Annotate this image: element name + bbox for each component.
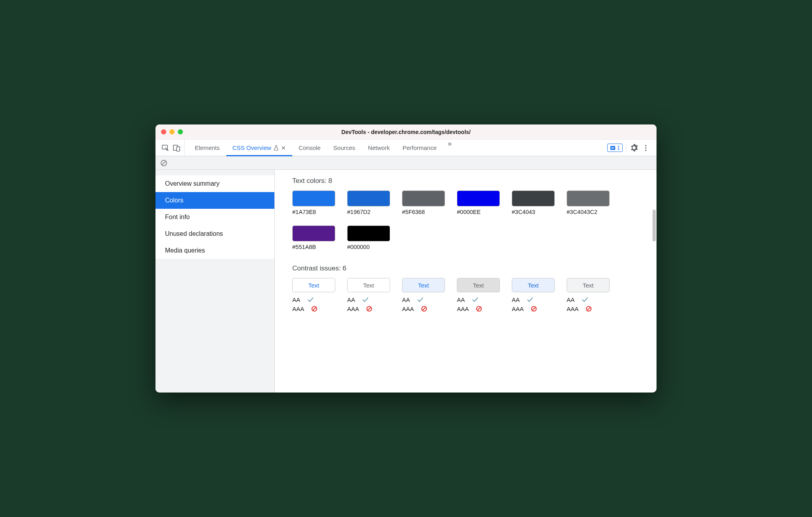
- no-entry-icon: [311, 306, 317, 312]
- check-icon: [472, 297, 478, 303]
- contrast-sample: Text: [347, 278, 390, 292]
- swatch-hex-label: #0000EE: [457, 209, 500, 215]
- svg-rect-2: [177, 147, 180, 151]
- sidebar-item-media-queries[interactable]: Media queries: [155, 242, 274, 259]
- color-swatch[interactable]: #3C4043C2: [567, 190, 610, 215]
- swatch-hex-label: #551A8B: [292, 244, 335, 250]
- grade-label: AA: [512, 295, 520, 305]
- device-toggle-icon[interactable]: [172, 144, 181, 152]
- svg-line-10: [162, 161, 166, 165]
- swatch-color-box: [457, 190, 500, 206]
- contrast-issue-item[interactable]: TextAAAAA: [292, 278, 335, 313]
- grade-label: AA: [567, 295, 575, 305]
- issues-icon: [610, 145, 616, 151]
- grade-label: AAA: [457, 305, 469, 314]
- sidebar-item-label: Font info: [165, 214, 190, 220]
- grade-label: AAA: [567, 305, 579, 314]
- sidebar-item-font-info[interactable]: Font info: [155, 209, 274, 225]
- svg-rect-5: [611, 148, 614, 149]
- issues-badge[interactable]: 1: [607, 144, 623, 152]
- more-tabs-icon[interactable]: »: [443, 140, 457, 156]
- clear-overview-icon[interactable]: [159, 159, 168, 167]
- contrast-grade-aa: AA: [402, 295, 445, 305]
- contrast-issues-grid: TextAAAAATextAAAAATextAAAAATextAAAAAText…: [292, 278, 639, 313]
- sidebar-item-label: Media queries: [165, 247, 205, 254]
- contrast-grade-aa: AA: [347, 295, 390, 305]
- contrast-grade-aaa: AAA: [292, 305, 335, 314]
- swatch-hex-label: #1A73E8: [292, 209, 335, 215]
- grade-label: AA: [457, 295, 465, 305]
- swatch-color-box: [347, 190, 390, 206]
- contrast-sample: Text: [512, 278, 555, 292]
- grade-label: AAA: [292, 305, 304, 314]
- check-icon: [582, 297, 588, 303]
- svg-rect-4: [611, 147, 614, 148]
- divider: [626, 144, 626, 152]
- tab-elements[interactable]: Elements: [188, 140, 226, 156]
- color-swatch[interactable]: #1967D2: [347, 190, 390, 215]
- svg-point-7: [645, 147, 646, 148]
- color-swatch[interactable]: #3C4043: [512, 190, 555, 215]
- kebab-menu-icon[interactable]: [641, 144, 650, 152]
- color-swatch[interactable]: #1A73E8: [292, 190, 335, 215]
- contrast-issue-item[interactable]: TextAAAAA: [347, 278, 390, 313]
- color-swatch[interactable]: #551A8B: [292, 225, 335, 250]
- contrast-grade-aa: AA: [457, 295, 500, 305]
- svg-line-20: [532, 307, 536, 311]
- toolbar-left-group: [158, 140, 185, 156]
- svg-line-12: [313, 307, 316, 311]
- tab-label: Performance: [402, 144, 437, 151]
- tab-label: Network: [368, 144, 390, 151]
- sidebar-item-colors[interactable]: Colors: [155, 192, 274, 209]
- sidebar-item-unused-declarations[interactable]: Unused declarations: [155, 225, 274, 242]
- sub-toolbar: [155, 156, 657, 170]
- swatch-hex-label: #000000: [347, 244, 390, 250]
- close-tab-icon[interactable]: ✕: [281, 145, 286, 151]
- devtools-window: DevTools - developer.chrome.com/tags/dev…: [155, 124, 657, 393]
- svg-point-8: [645, 150, 646, 151]
- grade-label: AAA: [347, 305, 359, 314]
- swatch-color-box: [347, 225, 390, 241]
- swatch-hex-label: #3C4043C2: [567, 209, 610, 215]
- tab-css-overview[interactable]: CSS Overview ✕: [226, 140, 293, 156]
- contrast-issue-item[interactable]: TextAAAAA: [512, 278, 555, 313]
- contrast-grade-aa: AA: [512, 295, 555, 305]
- panel-body: Overview summary Colors Font info Unused…: [155, 170, 657, 393]
- tab-label: Sources: [333, 144, 355, 151]
- inspect-element-icon[interactable]: [161, 144, 170, 152]
- scrollbar-thumb[interactable]: [653, 210, 656, 241]
- grade-label: AAA: [402, 305, 414, 314]
- no-entry-icon: [531, 306, 537, 312]
- contrast-issues-heading: Contrast issues: 6: [292, 264, 639, 272]
- contrast-grade-aaa: AAA: [567, 305, 610, 314]
- contrast-sample: Text: [567, 278, 610, 292]
- grade-label: AA: [402, 295, 410, 305]
- swatch-hex-label: #5F6368: [402, 209, 445, 215]
- contrast-grade-aaa: AAA: [457, 305, 500, 314]
- svg-line-16: [423, 307, 426, 311]
- contrast-grade-aaa: AAA: [512, 305, 555, 314]
- tab-performance[interactable]: Performance: [396, 140, 443, 156]
- swatch-color-box: [292, 225, 335, 241]
- contrast-issue-item[interactable]: TextAAAAA: [567, 278, 610, 313]
- svg-line-22: [587, 307, 591, 311]
- contrast-grade-aa: AA: [567, 295, 610, 305]
- check-icon: [527, 297, 533, 303]
- color-swatch[interactable]: #000000: [347, 225, 390, 250]
- color-swatch[interactable]: #0000EE: [457, 190, 500, 215]
- no-entry-icon: [366, 306, 372, 312]
- tab-sources[interactable]: Sources: [327, 140, 361, 156]
- tab-console[interactable]: Console: [292, 140, 327, 156]
- sidebar-item-label: Colors: [165, 197, 183, 204]
- flask-icon: [274, 145, 279, 151]
- settings-gear-icon[interactable]: [629, 144, 638, 152]
- tab-network[interactable]: Network: [361, 140, 396, 156]
- contrast-issue-item[interactable]: TextAAAAA: [457, 278, 500, 313]
- sidebar-item-overview-summary[interactable]: Overview summary: [155, 175, 274, 192]
- tab-label: Console: [299, 144, 321, 151]
- color-swatch[interactable]: #5F6368: [402, 190, 445, 215]
- contrast-issue-item[interactable]: TextAAAAA: [402, 278, 445, 313]
- sidebar-item-label: Overview summary: [165, 180, 220, 187]
- svg-rect-0: [162, 145, 167, 149]
- no-entry-icon: [476, 306, 482, 312]
